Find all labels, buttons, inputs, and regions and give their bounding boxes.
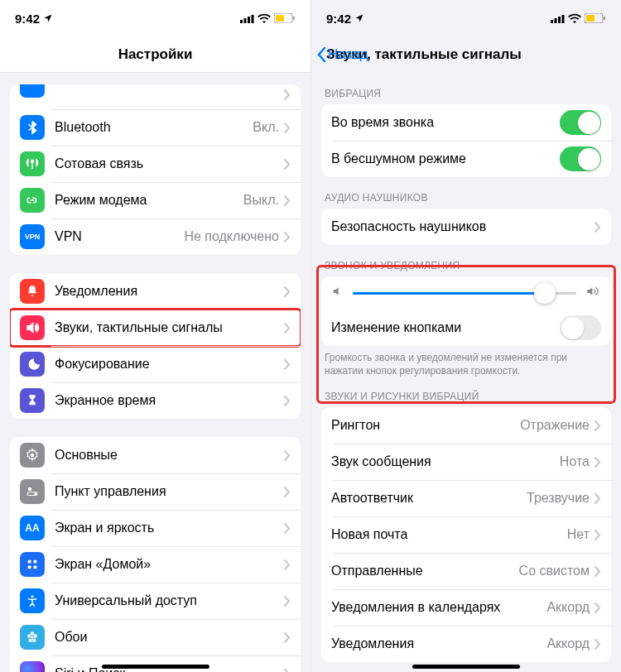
row-label: Безопасность наушников (331, 219, 595, 234)
row-label: Экран «Домой» (55, 557, 284, 572)
row-sent-mail[interactable]: Отправленные Со свистом (321, 553, 611, 589)
row-value: Аккорд (546, 600, 590, 615)
svg-rect-2 (248, 17, 250, 23)
svg-rect-13 (28, 566, 31, 569)
row-display[interactable]: AA Экран и яркость (10, 510, 301, 546)
row-value: Не подключено (184, 229, 279, 244)
row-text-tone[interactable]: Звук сообщения Нота (321, 444, 611, 480)
unknown-icon (20, 84, 45, 98)
back-label: Назад (328, 46, 368, 63)
battery-icon (274, 13, 296, 23)
wifi-icon (568, 13, 581, 23)
row-accessibility[interactable]: Универсальный доступ (10, 583, 301, 619)
row-new-mail[interactable]: Новая почта Нет (321, 516, 611, 553)
ringer-footer: Громкость звонка и уведомлений не изменя… (311, 346, 621, 386)
chevron-right-icon (284, 596, 291, 607)
back-button[interactable]: Назад (316, 36, 368, 73)
row-home-screen[interactable]: Экран «Домой» (10, 546, 301, 583)
speaker-icon (20, 315, 45, 340)
chevron-right-icon (595, 602, 601, 613)
row-bluetooth[interactable]: Bluetooth Вкл. (10, 109, 301, 146)
row-calendar-alerts[interactable]: Уведомления в календарях Аккорд (321, 589, 611, 626)
svg-point-20 (29, 639, 33, 643)
row-label: Во время звонка (331, 115, 560, 130)
svg-rect-11 (28, 560, 31, 564)
row-ringtone[interactable]: Рингтон Отражение (321, 407, 611, 444)
wifi-icon (258, 13, 271, 23)
row-unknown-top[interactable] (10, 84, 301, 109)
row-label: Обои (55, 630, 284, 645)
row-value: Аккорд (546, 636, 590, 651)
home-indicator[interactable] (102, 665, 209, 669)
row-value: Со свистом (519, 564, 590, 578)
svg-rect-1 (244, 18, 247, 23)
row-wallpaper[interactable]: Обои (10, 619, 301, 655)
row-label: Автоответчик (331, 491, 527, 506)
row-label: Уведомления в календарях (331, 600, 546, 615)
chevron-right-icon (284, 523, 291, 534)
bluetooth-icon (20, 115, 45, 140)
row-control-center[interactable]: Пункт управления (10, 473, 301, 510)
row-vib-silent[interactable]: В бесшумном режиме (321, 141, 611, 177)
toggle-vib-silent[interactable] (560, 146, 601, 171)
svg-rect-27 (586, 15, 595, 22)
switches-icon (20, 479, 45, 504)
sounds-list-group: Рингтон Отражение Звук сообщения Нота Ав… (321, 407, 611, 662)
row-screen-time[interactable]: Экранное время (10, 382, 301, 419)
grid-icon (20, 552, 45, 577)
hourglass-icon (20, 388, 45, 413)
svg-rect-3 (252, 15, 254, 23)
page-title: Настройки (118, 46, 193, 63)
chevron-right-icon (284, 450, 291, 461)
toggle-change-buttons[interactable] (560, 315, 601, 340)
general-group: Основные Пункт управления AA Экран и ярк… (10, 437, 301, 672)
row-label: Уведомления (331, 636, 546, 651)
row-general[interactable]: Основные (10, 437, 301, 473)
section-ringer: ЗВОНОК И УВЕДОМЛЕНИЯ (311, 245, 621, 276)
chevron-right-icon (595, 530, 601, 540)
row-value: Отражение (520, 418, 590, 433)
row-label: Экранное время (55, 393, 284, 408)
row-sounds-haptics[interactable]: Звуки, тактильные сигналы (10, 310, 301, 346)
chevron-right-icon (284, 559, 291, 570)
row-label: Сотовая связь (55, 156, 284, 171)
volume-slider[interactable] (353, 292, 576, 295)
row-label: В бесшумном режиме (331, 151, 560, 166)
nav-bar: Назад Звуки, тактильные сигналы (311, 36, 621, 73)
row-value: Выкл. (243, 193, 279, 208)
row-vpn[interactable]: VPN VPN Не подключено (10, 218, 301, 255)
row-change-buttons[interactable]: Изменение кнопками (321, 310, 611, 346)
row-focus[interactable]: Фокусирование (10, 346, 301, 382)
chevron-right-icon (595, 566, 601, 577)
svg-rect-5 (276, 15, 284, 22)
svg-rect-6 (293, 17, 295, 20)
chevron-right-icon (595, 457, 601, 468)
row-headphone-safety[interactable]: Безопасность наушников (321, 209, 611, 245)
row-label: Изменение кнопками (331, 320, 560, 335)
home-indicator[interactable] (412, 665, 520, 669)
volume-slider-row (321, 276, 611, 310)
svg-point-15 (31, 595, 34, 598)
chevron-right-icon (595, 639, 601, 650)
svg-rect-22 (551, 20, 553, 23)
sounds-content: ВИБРАЦИЯ Во время звонка В бесшумном реж… (311, 73, 621, 672)
toggle-vib-ring[interactable] (560, 110, 601, 135)
row-label: Отправленные (331, 564, 519, 578)
nav-bar: Настройки (0, 36, 310, 73)
chevron-right-icon (595, 493, 601, 504)
svg-rect-0 (240, 20, 243, 23)
location-icon (43, 13, 53, 23)
row-cellular[interactable]: Сотовая связь (10, 146, 301, 182)
row-notifications[interactable]: Уведомления (10, 273, 301, 310)
row-value: Вкл. (253, 120, 279, 135)
row-siri[interactable]: Siri и Поиск (10, 655, 301, 672)
row-vib-ring[interactable]: Во время звонка (321, 104, 611, 141)
svg-point-16 (31, 636, 34, 639)
section-vibration: ВИБРАЦИЯ (311, 73, 621, 104)
row-hotspot[interactable]: Режим модема Выкл. (10, 182, 301, 218)
status-time: 9:42 (15, 12, 40, 26)
row-reminder-alerts[interactable]: Уведомления Аккорд (321, 626, 611, 662)
row-value: Нет (567, 527, 590, 542)
chevron-right-icon (284, 232, 291, 242)
row-voicemail[interactable]: Автоответчик Трезвучие (321, 480, 611, 516)
